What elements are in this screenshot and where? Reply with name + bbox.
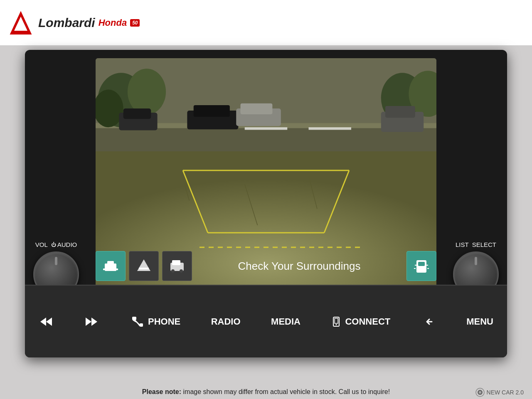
svg-rect-37 [172, 260, 180, 265]
radio-button[interactable]: RADIO [204, 286, 248, 357]
back-button[interactable] [414, 286, 443, 357]
camera-controls-row: Check Your Surroundings [96, 249, 436, 283]
vol-label: VOL [35, 241, 48, 248]
svg-rect-41 [418, 262, 425, 266]
menu-button[interactable]: MENU [459, 286, 501, 357]
side-view-icon [168, 257, 186, 275]
svg-point-52 [336, 324, 337, 325]
svg-rect-2 [17, 25, 24, 31]
media-button[interactable]: MEDIA [264, 286, 308, 357]
back-icon [421, 314, 436, 329]
svg-point-39 [180, 269, 183, 273]
svg-marker-48 [86, 318, 91, 326]
svg-rect-14 [194, 105, 230, 117]
rewind-icon [39, 314, 54, 329]
top-view-button[interactable] [129, 251, 159, 281]
svg-rect-32 [107, 261, 114, 265]
svg-rect-12 [123, 108, 151, 119]
bottom-logo: NEW CAR 2.0 [475, 388, 524, 397]
svg-rect-35 [139, 268, 149, 269]
svg-rect-18 [309, 127, 352, 130]
radio-label: RADIO [211, 316, 241, 327]
rear-view-button[interactable] [96, 251, 126, 281]
svg-line-27 [324, 170, 349, 233]
svg-marker-49 [91, 318, 97, 326]
forward-icon [84, 314, 99, 329]
svg-marker-46 [40, 318, 46, 326]
surroundings-text: Check Your Surroundings [195, 260, 403, 273]
rear-view-icon [101, 257, 120, 275]
svg-rect-16 [241, 103, 273, 114]
phone-icon [130, 314, 145, 329]
svg-rect-33 [103, 268, 118, 270]
menu-label: MENU [466, 316, 493, 327]
nav-bar: PHONE RADIO MEDIA CONNECT MENU [25, 285, 507, 357]
svg-rect-51 [335, 318, 338, 323]
brand-lombardi: Lombardi [38, 16, 95, 30]
svg-point-55 [479, 391, 481, 394]
select-label: SELECT [472, 241, 496, 248]
newcar-logo-icon [475, 388, 485, 397]
brand-name-area: Lombardi Honda 50 [38, 16, 140, 30]
anniversary-badge: 50 [130, 19, 140, 27]
phone-button[interactable]: PHONE [122, 286, 188, 357]
svg-rect-17 [245, 127, 288, 130]
svg-point-38 [171, 269, 175, 273]
side-view-button[interactable] [162, 251, 192, 281]
svg-line-26 [183, 170, 208, 233]
connect-phone-icon [331, 316, 342, 327]
sensor-icon [412, 257, 431, 275]
guide-svg [162, 166, 370, 258]
brand-logo-icon [8, 9, 33, 36]
parking-guide-lines [162, 166, 370, 258]
list-label: LIST [456, 241, 469, 248]
disclaimer-bar: Please note: image shown may differ from… [0, 388, 532, 396]
forward-button[interactable] [76, 286, 106, 357]
background-scene-svg [96, 58, 436, 163]
rewind-button[interactable] [31, 286, 61, 357]
newcar-label: NEW CAR 2.0 [487, 389, 524, 396]
logo-bar: Lombardi Honda 50 [0, 0, 532, 46]
infotainment-unit: VOL ⏻ AUDIO LIST SELECT [25, 50, 507, 357]
logo-container: Lombardi Honda 50 [8, 9, 140, 36]
svg-rect-20 [385, 106, 415, 118]
brand-honda: Honda [99, 17, 127, 28]
phone-label: PHONE [148, 316, 180, 327]
top-view-icon [135, 257, 153, 275]
camera-sky [96, 58, 436, 163]
disclaimer-bold: Please note: [142, 388, 181, 395]
audio-label: AUDIO [57, 241, 77, 248]
connect-label: CONNECT [345, 316, 390, 327]
connect-button[interactable]: CONNECT [323, 286, 398, 357]
media-label: MEDIA [271, 316, 300, 327]
sensor-warning-button[interactable] [406, 251, 436, 281]
svg-marker-47 [46, 318, 52, 326]
disclaimer-text: image shown may differ from actual vehic… [181, 388, 390, 395]
svg-point-7 [128, 69, 166, 115]
